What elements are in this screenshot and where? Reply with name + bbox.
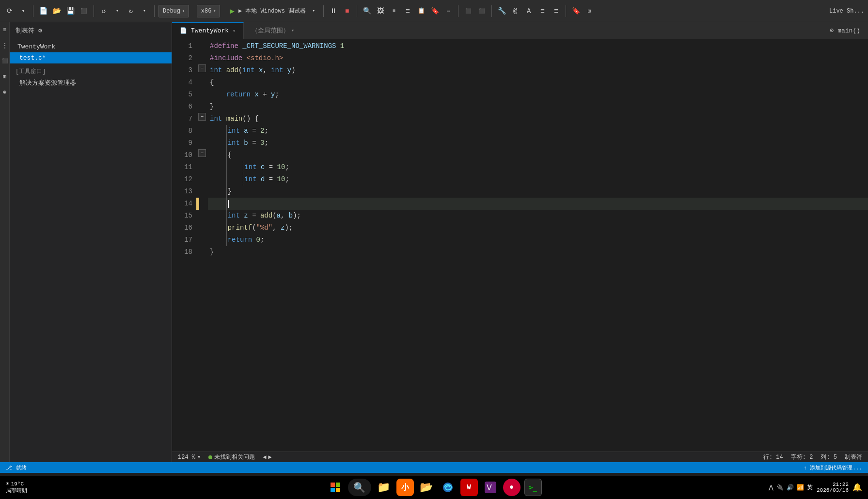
image-icon[interactable]: 🖼 <box>375 5 386 17</box>
sidebar-active-file[interactable]: test.c* <box>10 52 172 63</box>
more-icon[interactable]: ⋯ <box>442 5 454 17</box>
tray-wifi-icon[interactable]: 📶 <box>797 484 804 491</box>
taskbar-clock[interactable]: 21:22 2026/03/16 <box>817 482 849 493</box>
sep1 <box>33 5 33 17</box>
redo-arrow[interactable]: ▾ <box>139 5 150 17</box>
tray-notification-icon[interactable]: 🔔 <box>852 483 862 492</box>
taskbar-files-button[interactable]: 📁 <box>375 479 393 496</box>
tools-icon[interactable]: 🔧 <box>496 5 507 17</box>
tray-arrow-icon[interactable]: ⋀ <box>769 484 773 491</box>
mode-label: 制表符 <box>845 453 862 461</box>
add-to-source-label[interactable]: ↑ 添加到源代码管理... <box>804 464 862 471</box>
stop-icon[interactable]: ■ <box>341 5 353 17</box>
taskbar-mi-button[interactable]: 小 <box>396 479 414 496</box>
git-status-label: 就绪 <box>16 464 27 471</box>
left-icon-strip: ≡ ⋮ ⬛ ⊞ ⊕ <box>0 22 10 462</box>
taskbar-search-button[interactable]: 🔍 <box>348 479 371 496</box>
taskbar-wps-button[interactable]: W <box>460 479 478 496</box>
undo-icon[interactable]: ↺ <box>98 5 110 17</box>
debug-mode-dropdown[interactable]: Debug ▾ <box>158 5 189 17</box>
linenum-17: 17 <box>172 234 192 246</box>
find-icon[interactable]: @ <box>509 5 521 17</box>
start-button[interactable] <box>327 479 344 496</box>
code-line-3: int add ( int x , int y ) <box>208 64 868 77</box>
comment-icon[interactable]: ☰ <box>537 5 548 17</box>
run-button[interactable]: ▶ <box>230 6 235 16</box>
taskbar-terminal-button[interactable]: >_ <box>524 479 542 496</box>
tray-network-icon[interactable]: 🔌 <box>776 484 784 491</box>
left-icon-2[interactable]: ⋮ <box>0 40 11 51</box>
taskbar-vs-button[interactable]: V <box>482 479 499 496</box>
taskbar-edge-button[interactable] <box>439 479 457 496</box>
redo-icon[interactable]: ↻ <box>125 5 137 17</box>
format2-icon[interactable]: ☰ <box>402 5 413 17</box>
forward-icon[interactable]: ▾ <box>17 5 29 17</box>
save-all-icon[interactable]: ⬛ <box>78 5 90 17</box>
taskbar-filemanager2-button[interactable]: 📂 <box>418 479 435 496</box>
align-icon[interactable]: ⬛ <box>462 5 474 17</box>
svg-rect-0 <box>331 483 335 487</box>
zoom-value[interactable]: 124 % <box>178 454 195 461</box>
fold-btn-3[interactable]: − <box>198 64 206 72</box>
editor-area: 📄 TwentyWork ▾ （全局范围） ▾ ⊙ main() 1 2 3 4… <box>172 22 868 462</box>
open-icon[interactable]: 📂 <box>51 5 63 17</box>
code-lines[interactable]: #define _CRT_SECURE_NO_WARNINGS 1 #inclu… <box>208 39 868 452</box>
taskbar-weather: ☀️ 19°C 局部晴朗 <box>6 481 27 494</box>
zoom-control[interactable]: 124 % ▾ <box>178 453 201 461</box>
sidebar-tool-window-label: [工具窗口] <box>10 63 172 77</box>
linenum-10: 10 <box>172 149 192 161</box>
zoom-arrow[interactable]: ▾ <box>197 453 201 461</box>
arch-dropdown[interactable]: x86 ▾ <box>197 5 220 17</box>
macro-value: 1 <box>340 40 344 52</box>
sidebar: 制表符 ⚙ TwentyWork test.c* [工具窗口] 解决方案资源管理… <box>10 22 172 462</box>
grid-icon[interactable]: ⊞ <box>584 5 595 17</box>
sidebar-settings-icon[interactable]: ⚙ <box>38 27 42 34</box>
toolbar-right: Live Sh... <box>829 8 864 15</box>
new-file-icon[interactable]: 📄 <box>37 5 49 17</box>
undo-arrow[interactable]: ▾ <box>111 5 123 17</box>
code-container[interactable]: 1 2 3 4 5 6 7 8 9 10 11 12 13 14 15 16 1… <box>172 39 868 452</box>
sidebar-solution-explorer[interactable]: 解决方案资源管理器 <box>10 77 172 89</box>
file2-icon[interactable]: 📋 <box>415 5 427 17</box>
taskbar-red-button[interactable]: ● <box>503 479 521 496</box>
function-label: ⊙ main() <box>830 27 860 34</box>
tray-speaker-icon[interactable]: 🔊 <box>787 484 794 491</box>
breakpoint-marker-14 <box>196 198 199 210</box>
fold-btn-10[interactable]: − <box>198 149 206 157</box>
pause-icon[interactable]: ⏸ <box>328 5 339 17</box>
left-icon-1[interactable]: ≡ <box>0 24 11 36</box>
nav-left-icon[interactable]: ◀ <box>263 453 266 461</box>
tray-lang-label[interactable]: 英 <box>807 483 813 492</box>
no-error-dot <box>208 455 212 459</box>
back-icon[interactable]: ⟳ <box>4 5 16 17</box>
git-icon[interactable]: 🔖 <box>570 5 582 17</box>
left-icon-3[interactable]: ⬛ <box>0 55 11 67</box>
tab-dropdown-arrow[interactable]: ▾ <box>233 28 236 34</box>
toolbar: ⟳ ▾ 📄 📂 💾 ⬛ ↺ ▾ ↻ ▾ Debug ▾ x86 ▾ ▶ ▶ 本地… <box>0 0 868 22</box>
indent-icon[interactable]: ⬛ <box>476 5 488 17</box>
code-line-14[interactable] <box>208 198 868 210</box>
uncomment-icon[interactable]: ☰ <box>550 5 562 17</box>
font-icon[interactable]: A <box>523 5 535 17</box>
left-icon-4[interactable]: ⊞ <box>0 71 11 82</box>
code-line-12: int d = 10 ; <box>208 173 868 186</box>
live-share-label[interactable]: Live Sh... <box>829 8 864 15</box>
search-icon[interactable]: 🔍 <box>361 5 373 17</box>
bookmark-icon[interactable]: 🔖 <box>429 5 441 17</box>
svg-rect-3 <box>336 488 340 492</box>
left-icon-5[interactable]: ⊕ <box>0 86 11 98</box>
scope-area: （全局范围） ▾ <box>244 22 822 39</box>
save-icon[interactable]: 💾 <box>64 5 76 17</box>
run-arrow[interactable]: ▾ <box>308 5 319 17</box>
linenum-6: 6 <box>172 101 192 113</box>
run-label[interactable]: ▶ 本地 Windows 调试器 <box>238 7 306 15</box>
fold-btn-7[interactable]: − <box>198 113 206 121</box>
format1-icon[interactable]: ≡ <box>388 5 400 17</box>
nav-right-icon[interactable]: ▶ <box>268 453 271 461</box>
taskbar-red-icon: ● <box>509 483 514 492</box>
arch-arrow: ▾ <box>213 9 216 13</box>
svg-rect-2 <box>331 488 335 492</box>
scope-arrow[interactable]: ▾ <box>291 28 294 33</box>
active-tab[interactable]: 📄 TwentyWork ▾ <box>172 22 244 39</box>
char-label: 字符: 2 <box>791 453 813 461</box>
